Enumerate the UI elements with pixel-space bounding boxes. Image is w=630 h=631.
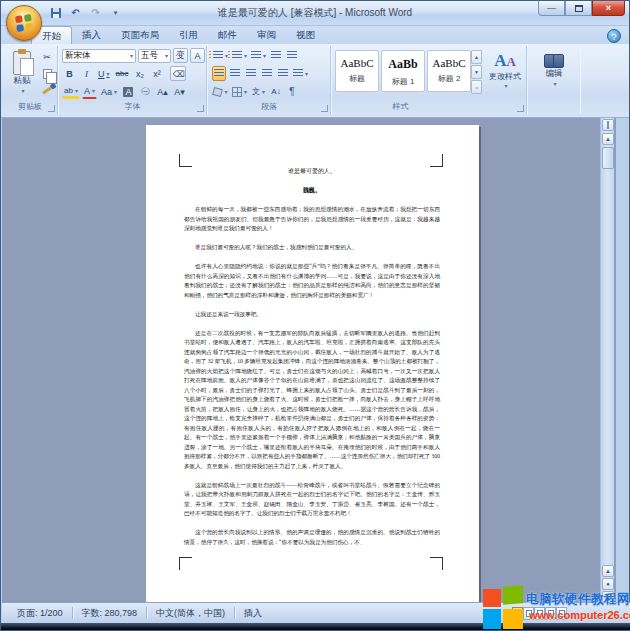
tab-review[interactable]: 审阅 <box>247 26 286 44</box>
shading-button[interactable]: ▾ <box>212 84 229 99</box>
language-indicator[interactable]: 中文(简体，中国) <box>147 607 234 620</box>
minimize-button[interactable]: — <box>538 1 565 16</box>
insert-mode-indicator[interactable]: 插入 <box>235 607 271 620</box>
shrink-font-button[interactable]: A▾ <box>172 84 187 99</box>
redo-button[interactable]: ↷ <box>87 5 104 20</box>
underline-button[interactable]: U▾ <box>96 66 112 81</box>
change-styles-button[interactable]: AA 更改样式 ▾ <box>485 48 525 102</box>
tab-page-layout[interactable]: 页面布局 <box>111 26 169 44</box>
word-count-indicator[interactable]: 字数: 280,798 <box>73 607 147 620</box>
maximize-button[interactable] <box>565 1 592 16</box>
chevron-down-icon: ▾ <box>165 52 168 59</box>
copy-button[interactable] <box>39 66 55 81</box>
editing-menu-button[interactable]: 编辑 ▾ <box>536 48 572 102</box>
undo-button[interactable]: ↶ <box>67 5 84 20</box>
character-border-button[interactable]: A <box>190 48 205 63</box>
office-button[interactable] <box>6 5 42 41</box>
document-title: 谁是最可爱的人。 <box>184 167 440 177</box>
asian-layout-button[interactable]: 文▾ <box>250 84 267 99</box>
enclose-characters-button[interactable]: ㊀ <box>138 84 153 99</box>
pilcrow-icon: ¶ <box>289 86 294 97</box>
paragraph-dialog-launcher[interactable] <box>321 105 328 112</box>
clear-formatting-button[interactable]: ⌫ <box>170 66 186 81</box>
style-title[interactable]: AaBbC 标题 <box>335 50 379 92</box>
distribute-button[interactable] <box>276 66 290 81</box>
highlight-color-button[interactable]: ab▾ <box>62 84 80 99</box>
scroll-up-button[interactable]: ▲ <box>602 133 614 145</box>
ribbon-tab-row: 开始 插入 页面布局 引用 邮件 审阅 视图 ? <box>1 26 629 44</box>
bold-button[interactable]: B <box>62 66 77 81</box>
chevron-down-icon: ▾ <box>262 88 265 95</box>
chevron-down-icon: ▾ <box>305 70 308 77</box>
font-size-combo[interactable]: 五号▾ <box>138 49 171 63</box>
document-paragraph: 这就是朝鲜战场上一次最壮烈的战斗——松骨峰战斗，或者叫书堂站战斗。假若需要立个纪… <box>184 481 440 519</box>
increase-indent-button[interactable] <box>285 48 299 63</box>
styles-gallery-more[interactable]: ＝ <box>471 80 482 94</box>
customize-qat-button[interactable]: ▾ <box>107 5 124 20</box>
copy-icon <box>43 69 52 79</box>
show-marks-button[interactable]: ¶ <box>285 84 299 99</box>
maximize-icon <box>575 5 583 12</box>
decrease-indent-button[interactable] <box>269 48 283 63</box>
sort-button[interactable]: A↓ <box>269 84 283 99</box>
document-paragraph: 谁是我们最可爱的人呢？我们的战士，我感到他们是最可爱的人。 <box>184 243 440 253</box>
clipboard-dialog-launcher[interactable] <box>48 105 55 112</box>
document-page[interactable]: 谁是最可爱的人。 魏巍。 在朝鲜的每一天，我都被一些东西感动着；我的思想感情的潮… <box>146 125 479 603</box>
document-paragraph: 还是在二次战役的时候，有一支志愿军的部队向敌后猛插，去切断军隅里敌人的逃路。当他… <box>184 329 440 472</box>
tab-insert[interactable]: 插入 <box>72 26 111 44</box>
close-button[interactable]: × <box>592 1 625 16</box>
ruler-icon <box>607 121 609 129</box>
justify-button[interactable] <box>260 66 274 81</box>
chevron-down-icon: ▾ <box>107 70 110 77</box>
watermark-site-url: www.computer26.com <box>529 609 630 621</box>
ribbon: 粘贴 ▾ ✂ 剪贴板 新宋体▾ 五号▾ 变 A <box>1 44 629 118</box>
chevron-down-icon: ▾ <box>224 88 227 95</box>
border-grid-icon <box>232 87 242 97</box>
subscript-button[interactable]: x₂ <box>132 66 147 81</box>
styles-scroll-down[interactable]: ▼ <box>471 65 482 79</box>
italic-button[interactable]: I <box>79 66 94 81</box>
tab-view[interactable]: 视图 <box>286 26 325 44</box>
style-heading2[interactable]: AaBbC 标题 2 <box>427 50 471 92</box>
save-icon <box>51 8 61 18</box>
borders-button[interactable]: ▾ <box>231 84 248 99</box>
previous-page-button[interactable]: ▲ <box>602 565 614 577</box>
paste-button[interactable]: 粘贴 ▾ <box>7 48 37 100</box>
styles-scroll-up[interactable]: ▲ <box>471 50 482 64</box>
change-case-button[interactable]: Aa▾ <box>99 84 119 99</box>
font-dialog-launcher[interactable] <box>197 105 204 112</box>
numbering-button[interactable]: ▾ <box>231 48 248 63</box>
ruler-toggle-button[interactable] <box>602 119 614 131</box>
cut-button[interactable]: ✂ <box>39 49 55 64</box>
save-button[interactable] <box>47 5 64 20</box>
align-left-button[interactable] <box>212 66 226 81</box>
align-right-button[interactable] <box>244 66 258 81</box>
paragraph-group-label: 段落 <box>208 101 330 112</box>
strikethrough-button[interactable]: abc <box>114 66 131 81</box>
help-button[interactable]: ? <box>607 29 621 43</box>
grow-font-button[interactable]: A▴ <box>155 84 170 99</box>
superscript-button[interactable]: x² <box>149 66 164 81</box>
find-binoculars-icon <box>544 54 564 66</box>
scrollbar-thumb[interactable] <box>602 147 614 169</box>
font-group: 新宋体▾ 五号▾ 变 A B I U▾ abc x₂ x² ⌫ ab▾ A▾ <box>59 46 207 114</box>
bullets-button[interactable]: ▾ <box>212 48 229 63</box>
font-color-button[interactable]: A▾ <box>82 84 97 99</box>
document-paragraph: 在朝鲜的每一天，我都被一些东西感动着；我的思想感情的潮水，在放纵奔流着；我想把一… <box>184 205 440 234</box>
character-shading-button[interactable]: A <box>121 84 136 99</box>
phonetic-guide-button[interactable]: 变 <box>173 48 188 63</box>
tab-references[interactable]: 引用 <box>169 26 208 44</box>
page-indicator[interactable]: 页面: 1/200 <box>8 607 72 620</box>
font-name-combo[interactable]: 新宋体▾ <box>62 49 136 63</box>
styles-dialog-launcher[interactable] <box>517 105 524 112</box>
quick-access-toolbar: ↶ ↷ ▾ <box>47 4 124 21</box>
change-styles-icon: AA <box>486 51 524 71</box>
vertical-scrollbar[interactable]: ▲ ▲ ● ▼ <box>600 118 614 605</box>
format-painter-button[interactable] <box>39 83 55 98</box>
style-heading1[interactable]: AaBb 标题 1 <box>381 50 425 92</box>
tab-mailings[interactable]: 邮件 <box>208 26 247 44</box>
line-spacing-button[interactable]: ▾ <box>292 66 309 81</box>
multilevel-list-button[interactable]: ▾ <box>250 48 267 63</box>
font-group-label: 字体 <box>59 101 206 112</box>
align-center-button[interactable] <box>228 66 242 81</box>
